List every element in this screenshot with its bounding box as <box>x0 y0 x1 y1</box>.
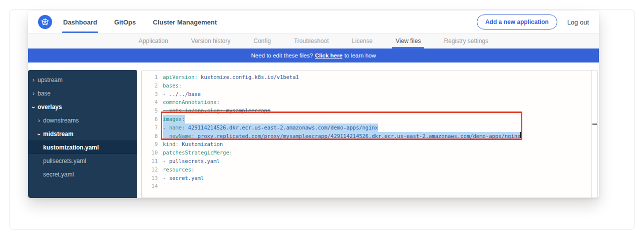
line-text: commonAnnotations: <box>163 98 220 106</box>
tree-item-pullsecrets-yaml[interactable]: pullsecrets.yaml <box>28 154 137 168</box>
line-text: kind: Kustomization <box>163 140 223 148</box>
line-text: resources: <box>163 166 194 174</box>
line-number: 5 <box>142 106 163 115</box>
line-number: 7 <box>142 124 163 132</box>
code-line-6[interactable]: 6images: <box>142 115 591 124</box>
line-text: kots.io/app-slug: mysampleecrapp <box>163 106 270 115</box>
line-text: - ../../base <box>163 90 201 98</box>
tree-item-label: midstream <box>43 130 74 138</box>
edit-files-banner: Need to edit these files? Click here to … <box>28 48 599 62</box>
app-subnav: ApplicationVersion historyConfigTroubles… <box>28 34 599 48</box>
tree-item-downstreams[interactable]: ›downstreams <box>28 114 137 127</box>
line-text: - secret.yaml <box>163 174 204 182</box>
tree-item-overlays[interactable]: ›overlays <box>28 100 137 114</box>
code-line-14[interactable]: 14 <box>142 182 591 190</box>
line-text: - name: 429114214526.dkr.ecr.us-east-2.a… <box>163 124 378 132</box>
tree-item-midstream[interactable]: ›midstream <box>28 127 137 140</box>
file-tree-sidebar[interactable]: ›upstream›base›overlays›downstreams›mids… <box>28 70 137 198</box>
code-line-5[interactable]: 5 kots.io/app-slug: mysampleecrapp <box>142 106 591 115</box>
line-number: 13 <box>142 174 163 182</box>
tree-item-label: secret.yaml <box>43 171 74 178</box>
text-cursor <box>520 132 521 138</box>
code-line-4[interactable]: 4commonAnnotations: <box>142 98 591 106</box>
editor-scrollbar[interactable] <box>591 70 597 198</box>
code-line-12[interactable]: 12resources: <box>142 166 591 174</box>
code-line-13[interactable]: 13- secret.yaml <box>142 174 591 182</box>
admin-console-card: DashboardGitOpsCluster Management Add a … <box>28 11 599 198</box>
chevron-down-icon: › <box>31 105 36 110</box>
line-number: 11 <box>142 157 163 166</box>
line-number: 12 <box>142 166 163 174</box>
banner-text-before: Need to edit these files? <box>251 52 312 58</box>
view-files-content: ›upstream›base›overlays›downstreams›mids… <box>28 62 599 198</box>
line-text: newName: proxy.replicated.com/proxy/mysa… <box>163 132 520 140</box>
kubernetes-logo-icon <box>38 15 52 29</box>
code-line-11[interactable]: 11- pullsecrets.yaml <box>142 157 591 166</box>
tree-item-kustomization-yaml[interactable]: kustomization.yaml <box>28 140 137 154</box>
code-line-7[interactable]: 7- name: 429114214526.dkr.ecr.us-east-2.… <box>142 124 591 132</box>
line-number: 3 <box>142 90 163 98</box>
logout-link[interactable]: Log out <box>567 18 589 26</box>
line-text: apiVersion: kustomize.config.k8s.io/v1be… <box>163 73 299 82</box>
scrollbar-thumb[interactable] <box>592 124 597 125</box>
nav-tab-cluster-management[interactable]: Cluster Management <box>153 11 217 33</box>
line-number: 1 <box>142 73 163 82</box>
line-text: patchesStrategicMerge: <box>163 148 232 157</box>
tree-item-label: base <box>38 90 51 97</box>
subnav-tab-version-history[interactable]: Version history <box>191 34 231 48</box>
tree-item-label: pullsecrets.yaml <box>43 158 86 164</box>
line-text: bases: <box>163 82 182 90</box>
code-line-1[interactable]: 1apiVersion: kustomize.config.k8s.io/v1b… <box>142 73 591 82</box>
line-number: 4 <box>142 98 163 106</box>
chevron-right-icon: › <box>31 78 36 82</box>
line-number: 2 <box>142 82 163 90</box>
tree-item-base[interactable]: ›base <box>28 86 137 100</box>
chevron-right-icon: › <box>37 118 42 123</box>
click-here-link[interactable]: Click here <box>315 52 343 58</box>
yaml-editor[interactable]: 1apiVersion: kustomize.config.k8s.io/v1b… <box>141 70 598 198</box>
subnav-tab-application[interactable]: Application <box>139 34 168 48</box>
tree-item-label: kustomization.yaml <box>43 144 99 151</box>
subnav-tab-license[interactable]: License <box>352 34 373 48</box>
banner-text-after: to learn how <box>345 52 376 58</box>
line-text: images: <box>163 115 185 124</box>
code-line-3[interactable]: 3- ../../base <box>142 90 591 98</box>
line-number: 14 <box>142 182 163 190</box>
top-header: DashboardGitOpsCluster Management Add a … <box>28 11 599 34</box>
tree-item-label: overlays <box>38 104 62 110</box>
line-number: 9 <box>142 140 163 148</box>
code-line-2[interactable]: 2bases: <box>142 82 591 90</box>
tree-item-label: upstream <box>38 76 63 84</box>
tree-item-secret-yaml[interactable]: secret.yaml <box>28 168 137 181</box>
add-application-button[interactable]: Add a new application <box>477 14 557 30</box>
line-number: 10 <box>142 148 163 157</box>
nav-tab-dashboard[interactable]: Dashboard <box>63 11 97 33</box>
subnav-tab-troubleshoot[interactable]: Troubleshoot <box>294 34 329 48</box>
code-line-8[interactable]: 8 newName: proxy.replicated.com/proxy/my… <box>142 132 591 140</box>
tree-item-label: downstreams <box>43 117 79 124</box>
subnav-tab-config[interactable]: Config <box>253 34 271 48</box>
tree-item-upstream[interactable]: ›upstream <box>28 73 137 86</box>
code-line-10[interactable]: 10patchesStrategicMerge: <box>142 148 591 157</box>
code-area[interactable]: 1apiVersion: kustomize.config.k8s.io/v1b… <box>142 70 591 198</box>
line-text: - pullsecrets.yaml <box>163 157 220 166</box>
line-number: 8 <box>142 132 163 140</box>
nav-tab-gitops[interactable]: GitOps <box>114 11 136 33</box>
chevron-down-icon: › <box>37 132 42 137</box>
subnav-tab-view-files[interactable]: View files <box>396 34 421 48</box>
chevron-right-icon: › <box>31 91 36 96</box>
line-number: 6 <box>142 115 163 124</box>
main-nav: DashboardGitOpsCluster Management <box>63 11 217 33</box>
code-line-9[interactable]: 9kind: Kustomization <box>142 140 591 148</box>
subnav-tab-registry-settings[interactable]: Registry settings <box>444 34 488 48</box>
